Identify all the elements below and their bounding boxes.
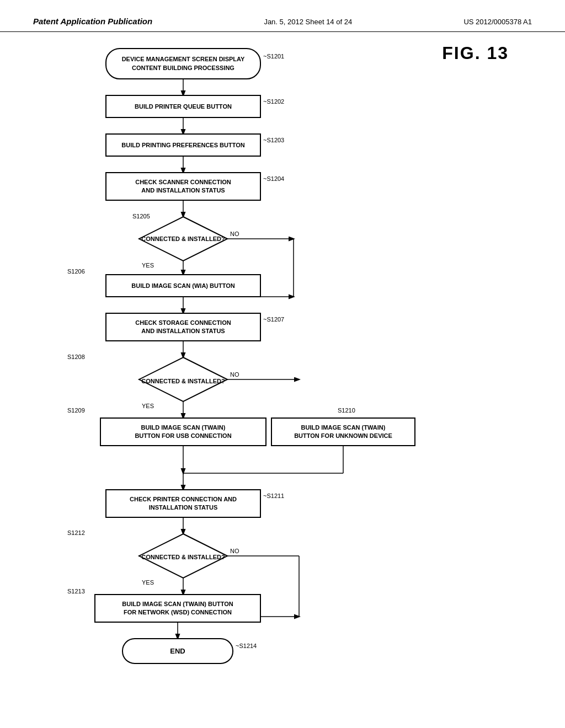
header-patent-number: US 2012/0005378 A1	[463, 18, 532, 26]
step-label-s1208: S1208	[67, 354, 85, 360]
figure-label: FIG. 13	[442, 43, 509, 63]
node-s1206: BUILD IMAGE SCAN (WIA) BUTTON	[106, 275, 260, 297]
step-label-s1207: ~S1207	[263, 316, 284, 323]
step-label-s1203: ~S1203	[263, 137, 284, 143]
node-s1204: CHECK SCANNER CONNECTION AND INSTALLATIO…	[106, 173, 260, 200]
step-label-s1204: ~S1204	[263, 175, 284, 182]
node-s1207: CHECK STORAGE CONNECTION AND INSTALLATIO…	[106, 313, 260, 341]
node-s1212: CONNECTED & INSTALLED?	[139, 546, 227, 568]
node-s1210: BUILD IMAGE SCAN (TWAIN) BUTTON FOR UNKN…	[271, 418, 415, 446]
step-label-s1210: S1210	[338, 407, 355, 414]
no-label-s1208: NO	[230, 371, 239, 378]
diagram-area: FIG. 13	[34, 43, 531, 677]
no-label-s1212: NO	[230, 548, 239, 554]
flowchart: DEVICE MANAGEMENT SCREEN DISPLAY CONTENT…	[51, 43, 437, 677]
step-label-s1211: ~S1211	[263, 493, 284, 499]
node-s1208: CONNECTED & INSTALLED?	[139, 370, 227, 392]
step-label-s1213-ref: S1213	[67, 588, 85, 595]
node-s1209: BUILD IMAGE SCAN (TWAIN) BUTTON FOR USB …	[100, 418, 266, 446]
node-s1213: BUILD IMAGE SCAN (TWAIN) BUTTON FOR NETW…	[95, 595, 260, 622]
step-label-s1205: S1205	[132, 213, 150, 220]
step-label-s1212: S1212	[67, 529, 85, 536]
header-date-sheet: Jan. 5, 2012 Sheet 14 of 24	[264, 18, 352, 26]
page-header: Patent Application Publication Jan. 5, 2…	[0, 0, 565, 32]
step-label-s1206-ref: S1206	[67, 268, 85, 275]
step-label-s1214: ~S1214	[236, 643, 257, 649]
step-label-s1209-ref: S1209	[67, 407, 85, 414]
header-publication-type: Patent Application Publication	[33, 17, 152, 26]
no-label-s1205: NO	[230, 231, 239, 237]
yes-label-s1212: YES	[142, 579, 154, 586]
step-label-s1202: ~S1202	[263, 98, 284, 105]
node-s1201: DEVICE MANAGEMENT SCREEN DISPLAY CONTENT…	[106, 49, 260, 79]
step-label-s1201: ~S1201	[263, 53, 284, 60]
node-s1211: CHECK PRINTER CONNECTION AND INSTALLATIO…	[106, 490, 260, 517]
node-s1205: CONNECTED & INSTALLED?	[139, 228, 227, 250]
yes-label-s1205: YES	[142, 262, 154, 269]
node-s1214: END	[122, 639, 233, 663]
yes-label-s1208: YES	[142, 403, 154, 409]
node-s1203: BUILD PRINTING PREFERENCES BUTTON	[106, 134, 260, 156]
page: Patent Application Publication Jan. 5, 2…	[0, 0, 565, 728]
node-s1202: BUILD PRINTER QUEUE BUTTON	[106, 95, 260, 117]
